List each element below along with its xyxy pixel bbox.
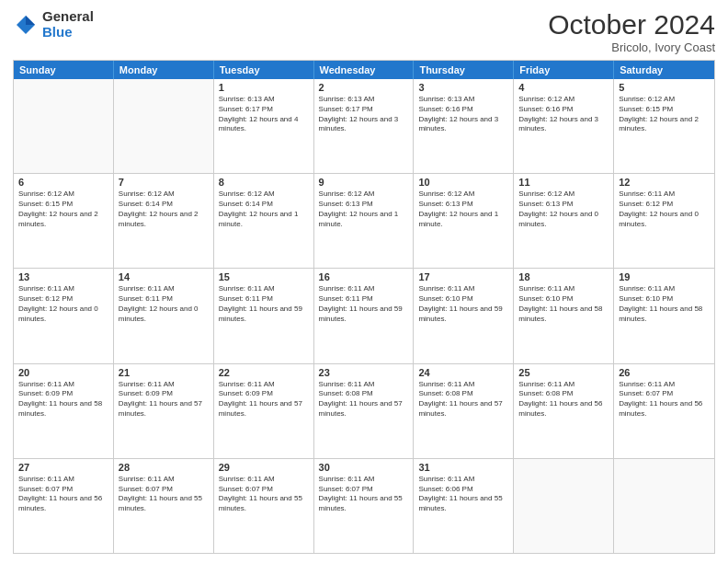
svg-marker-1: [26, 16, 35, 25]
cell-detail: Sunrise: 6:11 AM Sunset: 6:08 PM Dayligh…: [319, 380, 409, 419]
calendar-day-9: 9Sunrise: 6:12 AM Sunset: 6:13 PM Daylig…: [314, 174, 415, 268]
calendar-day-15: 15Sunrise: 6:11 AM Sunset: 6:11 PM Dayli…: [214, 269, 314, 362]
location-subtitle: Bricolo, Ivory Coast: [548, 40, 715, 54]
cell-detail: Sunrise: 6:11 AM Sunset: 6:11 PM Dayligh…: [319, 284, 409, 324]
day-number: 1: [219, 82, 309, 93]
calendar-day-8: 8Sunrise: 6:12 AM Sunset: 6:14 PM Daylig…: [214, 174, 314, 268]
day-number: 18: [518, 271, 609, 282]
calendar-day-25: 25Sunrise: 6:11 AM Sunset: 6:08 PM Dayli…: [514, 364, 614, 458]
calendar: SundayMondayTuesdayWednesdayThursdayFrid…: [13, 60, 715, 554]
calendar-day-13: 13Sunrise: 6:11 AM Sunset: 6:12 PM Dayli…: [14, 269, 114, 362]
day-number: 15: [219, 271, 309, 282]
calendar-day-16: 16Sunrise: 6:11 AM Sunset: 6:11 PM Dayli…: [314, 269, 415, 362]
calendar-day-17: 17Sunrise: 6:11 AM Sunset: 6:10 PM Dayli…: [414, 269, 514, 362]
calendar-week-5: 27Sunrise: 6:11 AM Sunset: 6:07 PM Dayli…: [14, 458, 714, 553]
day-number: 22: [219, 367, 309, 378]
day-number: 30: [319, 462, 409, 473]
logo-blue: Blue: [42, 25, 94, 40]
day-header-thursday: Thursday: [414, 61, 514, 79]
calendar-day-30: 30Sunrise: 6:11 AM Sunset: 6:07 PM Dayli…: [314, 459, 415, 553]
cell-detail: Sunrise: 6:11 AM Sunset: 6:09 PM Dayligh…: [18, 380, 108, 419]
day-number: 19: [619, 271, 710, 282]
header: General Blue October 2024 Bricolo, Ivory…: [13, 9, 715, 54]
calendar-day-29: 29Sunrise: 6:11 AM Sunset: 6:07 PM Dayli…: [214, 459, 314, 553]
cell-detail: Sunrise: 6:12 AM Sunset: 6:15 PM Dayligh…: [18, 190, 108, 229]
day-number: 23: [319, 367, 409, 378]
calendar-day-5: 5Sunrise: 6:12 AM Sunset: 6:15 PM Daylig…: [614, 79, 714, 173]
day-number: 12: [619, 177, 710, 188]
calendar-day-7: 7Sunrise: 6:12 AM Sunset: 6:14 PM Daylig…: [114, 174, 214, 268]
cell-detail: Sunrise: 6:11 AM Sunset: 6:07 PM Dayligh…: [619, 380, 710, 419]
page: General Blue October 2024 Bricolo, Ivory…: [0, 0, 728, 563]
day-number: 5: [619, 82, 710, 93]
cell-detail: Sunrise: 6:11 AM Sunset: 6:11 PM Dayligh…: [219, 284, 309, 324]
day-number: 6: [18, 177, 108, 188]
title-area: October 2024 Bricolo, Ivory Coast: [548, 9, 715, 54]
calendar-day-19: 19Sunrise: 6:11 AM Sunset: 6:10 PM Dayli…: [614, 269, 714, 362]
calendar-day-4: 4Sunrise: 6:12 AM Sunset: 6:16 PM Daylig…: [514, 79, 614, 173]
day-number: 26: [619, 367, 710, 378]
calendar-day-6: 6Sunrise: 6:12 AM Sunset: 6:15 PM Daylig…: [14, 174, 114, 268]
day-header-sunday: Sunday: [14, 61, 114, 79]
cell-detail: Sunrise: 6:11 AM Sunset: 6:08 PM Dayligh…: [518, 380, 609, 419]
cell-detail: Sunrise: 6:11 AM Sunset: 6:06 PM Dayligh…: [418, 475, 508, 514]
logo-text: General Blue: [42, 9, 94, 40]
calendar-day-23: 23Sunrise: 6:11 AM Sunset: 6:08 PM Dayli…: [314, 364, 415, 458]
cell-detail: Sunrise: 6:11 AM Sunset: 6:12 PM Dayligh…: [619, 190, 710, 229]
cell-detail: Sunrise: 6:11 AM Sunset: 6:09 PM Dayligh…: [219, 380, 309, 419]
cell-detail: Sunrise: 6:11 AM Sunset: 6:07 PM Dayligh…: [119, 475, 209, 514]
day-header-wednesday: Wednesday: [314, 61, 415, 79]
calendar-day-14: 14Sunrise: 6:11 AM Sunset: 6:11 PM Dayli…: [114, 269, 214, 362]
calendar-header: SundayMondayTuesdayWednesdayThursdayFrid…: [14, 61, 714, 79]
day-header-tuesday: Tuesday: [214, 61, 314, 79]
cell-detail: Sunrise: 6:12 AM Sunset: 6:14 PM Dayligh…: [119, 190, 209, 229]
day-number: 10: [418, 177, 508, 188]
cell-detail: Sunrise: 6:11 AM Sunset: 6:09 PM Dayligh…: [119, 380, 209, 419]
day-number: 27: [18, 462, 108, 473]
calendar-day-18: 18Sunrise: 6:11 AM Sunset: 6:10 PM Dayli…: [514, 269, 614, 362]
calendar-day-31: 31Sunrise: 6:11 AM Sunset: 6:06 PM Dayli…: [414, 459, 514, 553]
cell-detail: Sunrise: 6:11 AM Sunset: 6:10 PM Dayligh…: [418, 284, 508, 324]
day-number: 8: [219, 177, 309, 188]
day-header-friday: Friday: [514, 61, 614, 79]
day-number: 9: [319, 177, 409, 188]
day-number: 24: [418, 367, 508, 378]
calendar-day-26: 26Sunrise: 6:11 AM Sunset: 6:07 PM Dayli…: [614, 364, 714, 458]
cell-detail: Sunrise: 6:11 AM Sunset: 6:12 PM Dayligh…: [18, 284, 108, 324]
calendar-week-2: 6Sunrise: 6:12 AM Sunset: 6:15 PM Daylig…: [14, 173, 714, 268]
day-number: 7: [119, 177, 209, 188]
day-number: 17: [418, 271, 508, 282]
cell-detail: Sunrise: 6:11 AM Sunset: 6:11 PM Dayligh…: [119, 284, 209, 324]
cell-detail: Sunrise: 6:11 AM Sunset: 6:07 PM Dayligh…: [319, 475, 409, 514]
day-number: 16: [319, 271, 409, 282]
day-number: 14: [119, 271, 209, 282]
cell-detail: Sunrise: 6:12 AM Sunset: 6:16 PM Dayligh…: [518, 95, 609, 134]
day-number: 25: [518, 367, 609, 378]
day-number: 31: [418, 462, 508, 473]
day-number: 3: [418, 82, 508, 93]
day-number: 29: [219, 462, 309, 473]
day-number: 4: [518, 82, 609, 93]
cell-detail: Sunrise: 6:11 AM Sunset: 6:10 PM Dayligh…: [619, 284, 710, 324]
day-number: 20: [18, 367, 108, 378]
cell-detail: Sunrise: 6:11 AM Sunset: 6:07 PM Dayligh…: [219, 475, 309, 514]
cell-detail: Sunrise: 6:11 AM Sunset: 6:10 PM Dayligh…: [518, 284, 609, 324]
day-number: 13: [18, 271, 108, 282]
calendar-week-1: 1Sunrise: 6:13 AM Sunset: 6:17 PM Daylig…: [14, 79, 714, 173]
logo-general: General: [42, 9, 94, 25]
day-number: 2: [319, 82, 409, 93]
calendar-empty-cell: [614, 459, 714, 553]
calendar-day-11: 11Sunrise: 6:12 AM Sunset: 6:13 PM Dayli…: [514, 174, 614, 268]
cell-detail: Sunrise: 6:13 AM Sunset: 6:17 PM Dayligh…: [319, 95, 409, 134]
calendar-empty-cell: [114, 79, 214, 173]
calendar-empty-cell: [14, 79, 114, 173]
calendar-day-1: 1Sunrise: 6:13 AM Sunset: 6:17 PM Daylig…: [214, 79, 314, 173]
day-number: 21: [119, 367, 209, 378]
calendar-week-4: 20Sunrise: 6:11 AM Sunset: 6:09 PM Dayli…: [14, 363, 714, 458]
cell-detail: Sunrise: 6:12 AM Sunset: 6:13 PM Dayligh…: [418, 190, 508, 229]
calendar-day-24: 24Sunrise: 6:11 AM Sunset: 6:08 PM Dayli…: [414, 364, 514, 458]
calendar-day-3: 3Sunrise: 6:13 AM Sunset: 6:16 PM Daylig…: [414, 79, 514, 173]
calendar-day-12: 12Sunrise: 6:11 AM Sunset: 6:12 PM Dayli…: [614, 174, 714, 268]
cell-detail: Sunrise: 6:11 AM Sunset: 6:07 PM Dayligh…: [18, 475, 108, 514]
logo: General Blue: [13, 9, 94, 40]
